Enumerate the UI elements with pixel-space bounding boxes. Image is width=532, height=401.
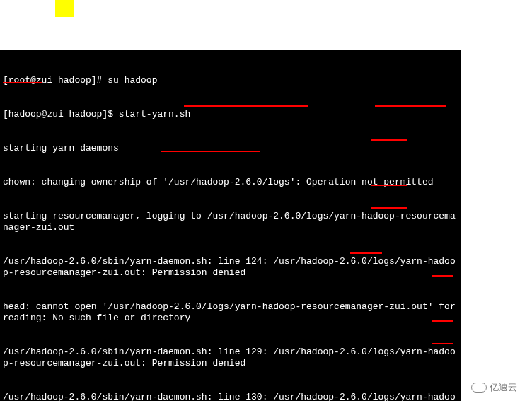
terminal-line: head: cannot open '/usr/hadoop-2.6.0/log… [3, 301, 458, 324]
red-underline-annotation [3, 82, 42, 83]
red-underline-annotation [432, 275, 453, 277]
terminal-window[interactable]: [root@zui hadoop]# su hadoop [hadoop@zui… [0, 50, 461, 401]
watermark-text: 亿速云 [490, 381, 517, 394]
yellow-highlight [55, 0, 74, 17]
terminal-line: [hadoop@zui hadoop]$ start-yarn.sh [3, 109, 458, 120]
terminal-line: starting resourcemanager, logging to /us… [3, 211, 458, 233]
cloud-icon [471, 383, 487, 393]
red-underline-annotation [375, 105, 446, 107]
terminal-line: starting yarn daemons [3, 143, 458, 154]
red-underline-annotation [432, 343, 453, 344]
red-underline-annotation [371, 139, 407, 141]
terminal-line: [root@zui hadoop]# su hadoop [3, 75, 458, 86]
watermark-logo: 亿速云 [460, 378, 528, 397]
terminal-line: chown: changing ownership of '/usr/hadoo… [3, 177, 458, 188]
terminal-line: /usr/hadoop-2.6.0/sbin/yarn-daemon.sh: l… [3, 256, 458, 279]
terminal-line: /usr/hadoop-2.6.0/sbin/yarn-daemon.sh: l… [3, 347, 458, 369]
red-underline-annotation [432, 320, 453, 322]
red-underline-annotation [350, 252, 382, 254]
red-underline-annotation [371, 185, 407, 186]
red-underline-annotation [184, 105, 308, 107]
red-underline-annotation [161, 151, 260, 152]
red-underline-annotation [371, 207, 407, 209]
terminal-line: /usr/hadoop-2.6.0/sbin/yarn-daemon.sh: l… [3, 392, 458, 401]
